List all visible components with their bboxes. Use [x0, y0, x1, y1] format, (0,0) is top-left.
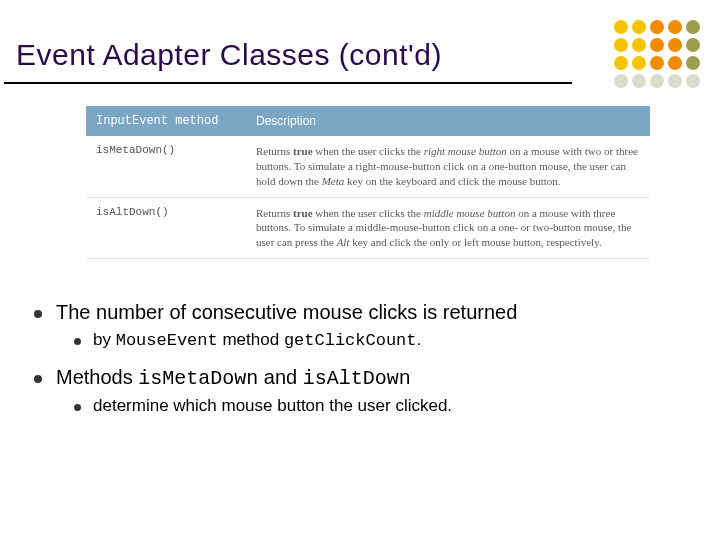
table-body: isMetaDown()Returns true when the user c…: [86, 136, 650, 259]
table-row: isMetaDown()Returns true when the user c…: [86, 136, 650, 197]
list-item: determine which mouse button the user cl…: [74, 396, 710, 416]
table-row: isAltDown()Returns true when the user cl…: [86, 197, 650, 259]
methods-table: InputEvent method Description isMetaDown…: [86, 106, 650, 259]
decor-dot: [632, 38, 646, 52]
title-rule: [4, 82, 572, 84]
bullet-icon: [74, 338, 81, 345]
decor-dot: [614, 38, 628, 52]
decor-dot: [614, 20, 628, 34]
decor-dot: [632, 74, 646, 88]
bullet-icon: [34, 310, 42, 318]
decor-dot: [686, 56, 700, 70]
decor-dot: [650, 38, 664, 52]
decor-dot: [668, 56, 682, 70]
decor-dot: [614, 56, 628, 70]
decor-dot: [668, 20, 682, 34]
code-span: getClickCount: [284, 331, 417, 350]
decor-dot: [614, 74, 628, 88]
list-item: Methods isMetaDown and isAltDown: [34, 366, 710, 390]
col-description: Description: [246, 106, 650, 136]
cell-description: Returns true when the user clicks the mi…: [246, 197, 650, 259]
bullet-text: The number of consecutive mouse clicks i…: [56, 301, 517, 324]
code-span: isMetaDown: [138, 367, 258, 390]
bullet-list: The number of consecutive mouse clicks i…: [34, 301, 710, 416]
bullet-text: determine which mouse button the user cl…: [93, 396, 452, 416]
decor-dot: [668, 74, 682, 88]
decor-dot: [650, 20, 664, 34]
bullet-text: Methods isMetaDown and isAltDown: [56, 366, 411, 390]
slide: Event Adapter Classes (cont'd) InputEven…: [0, 0, 720, 540]
cell-method: isMetaDown(): [86, 136, 246, 197]
decor-dot: [686, 20, 700, 34]
decor-dot: [650, 74, 664, 88]
list-item: by MouseEvent method getClickCount.: [74, 330, 710, 350]
cell-method: isAltDown(): [86, 197, 246, 259]
cell-description: Returns true when the user clicks the ri…: [246, 136, 650, 197]
col-method: InputEvent method: [86, 106, 246, 136]
decor-dot-grid: [612, 18, 702, 90]
decor-dot: [686, 38, 700, 52]
slide-title: Event Adapter Classes (cont'd): [16, 38, 710, 72]
bullet-icon: [34, 375, 42, 383]
bullet-text: by MouseEvent method getClickCount.: [93, 330, 421, 350]
decor-dot: [632, 20, 646, 34]
decor-dot: [650, 56, 664, 70]
decor-dot: [668, 38, 682, 52]
list-item: The number of consecutive mouse clicks i…: [34, 301, 710, 324]
decor-dot: [632, 56, 646, 70]
code-span: MouseEvent: [116, 331, 218, 350]
code-span: isAltDown: [303, 367, 411, 390]
decor-dot: [686, 74, 700, 88]
bullet-icon: [74, 404, 81, 411]
